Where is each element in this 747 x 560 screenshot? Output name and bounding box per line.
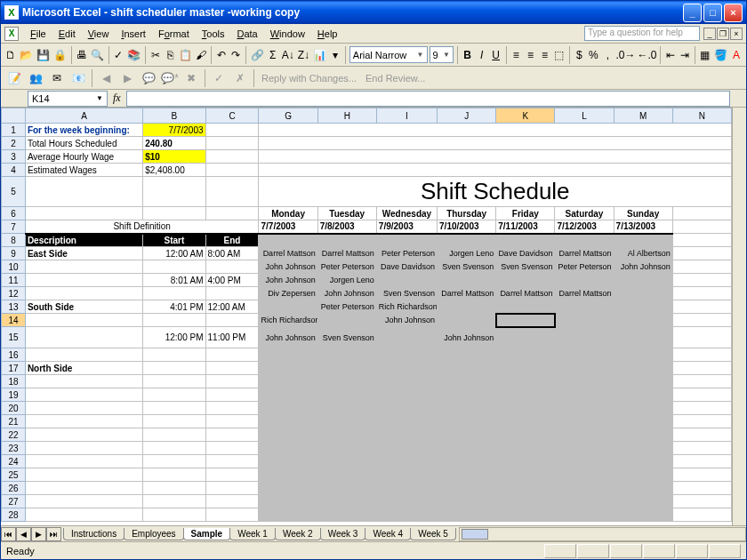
cell[interactable] bbox=[614, 314, 672, 327]
cell[interactable]: Jorgen Leno bbox=[438, 247, 496, 260]
close-button[interactable]: × bbox=[724, 4, 743, 22]
cell[interactable] bbox=[496, 468, 555, 482]
cell[interactable] bbox=[376, 402, 437, 415]
cell[interactable] bbox=[317, 442, 376, 455]
cell[interactable] bbox=[555, 362, 614, 375]
cell[interactable]: $10 bbox=[143, 150, 205, 164]
cell[interactable] bbox=[438, 362, 496, 375]
row-header[interactable]: 25 bbox=[2, 468, 26, 482]
cell[interactable]: Peter Peterson bbox=[317, 300, 376, 314]
cell[interactable] bbox=[672, 247, 731, 260]
new-button[interactable]: 🗋 bbox=[4, 45, 17, 65]
cell[interactable]: 7/7/2003 bbox=[259, 220, 317, 234]
open-button[interactable]: 📂 bbox=[19, 45, 34, 65]
cell[interactable]: 7/13/2003 bbox=[614, 220, 672, 234]
cell[interactable] bbox=[143, 495, 205, 508]
cell[interactable] bbox=[496, 388, 555, 402]
spreadsheet-grid[interactable]: A B C G H I J K L M N 1 For the week beg… bbox=[1, 108, 732, 522]
cell[interactable] bbox=[205, 402, 259, 415]
col-header-c[interactable]: C bbox=[205, 108, 259, 124]
cell[interactable] bbox=[555, 274, 614, 287]
print-preview-button[interactable]: 🔍 bbox=[90, 45, 105, 65]
cell[interactable] bbox=[614, 287, 672, 300]
cell[interactable] bbox=[376, 362, 437, 375]
end-review-button[interactable]: End Review... bbox=[362, 71, 429, 85]
cell[interactable]: North Side bbox=[25, 362, 142, 375]
sort-desc-button[interactable]: Z↓ bbox=[297, 45, 310, 65]
cell[interactable] bbox=[259, 442, 317, 455]
tab-next-button[interactable]: ▶ bbox=[31, 527, 46, 541]
row-header[interactable]: 16 bbox=[2, 348, 26, 362]
col-header-m[interactable]: M bbox=[614, 108, 672, 124]
cell[interactable]: Thursday bbox=[438, 207, 496, 220]
cell[interactable] bbox=[143, 455, 205, 468]
cell[interactable]: 7/8/2003 bbox=[317, 220, 376, 234]
cell[interactable] bbox=[496, 348, 555, 362]
cell[interactable]: John Johnson bbox=[259, 260, 317, 274]
cell[interactable] bbox=[672, 428, 731, 442]
cell[interactable] bbox=[555, 495, 614, 508]
cell[interactable] bbox=[25, 314, 142, 327]
col-header-i[interactable]: I bbox=[376, 108, 437, 124]
cell[interactable] bbox=[143, 508, 205, 522]
cell[interactable] bbox=[614, 327, 672, 348]
cell[interactable] bbox=[438, 468, 496, 482]
help-search-box[interactable]: Type a question for help bbox=[584, 26, 700, 41]
cell[interactable]: John Johnson bbox=[259, 327, 317, 348]
cell[interactable] bbox=[205, 495, 259, 508]
cell[interactable]: Wednesday bbox=[376, 207, 437, 220]
cell[interactable] bbox=[555, 482, 614, 495]
cell[interactable] bbox=[205, 375, 259, 388]
col-header-g[interactable]: G bbox=[259, 108, 317, 124]
cell[interactable] bbox=[205, 177, 259, 207]
cell[interactable]: Description bbox=[25, 234, 142, 247]
row-header[interactable]: 18 bbox=[2, 375, 26, 388]
cell[interactable] bbox=[376, 468, 437, 482]
cell[interactable] bbox=[143, 468, 205, 482]
sheet-tab[interactable]: Week 4 bbox=[365, 528, 411, 540]
cell[interactable] bbox=[317, 428, 376, 442]
cell[interactable]: 8:01 AM bbox=[143, 274, 205, 287]
doc-minimize-button[interactable]: _ bbox=[703, 28, 716, 40]
cell[interactable] bbox=[555, 415, 614, 428]
row-header[interactable]: 19 bbox=[2, 388, 26, 402]
cell[interactable]: 7/11/2003 bbox=[496, 220, 555, 234]
cell[interactable]: 4:01 PM bbox=[143, 300, 205, 314]
chart-button[interactable]: 📊 bbox=[312, 45, 327, 65]
cell[interactable]: 240.80 bbox=[143, 137, 205, 150]
cell[interactable]: Darrel Mattson bbox=[259, 247, 317, 260]
cell[interactable] bbox=[259, 428, 317, 442]
delete-comment-button[interactable]: ✖ bbox=[181, 68, 201, 88]
cell[interactable] bbox=[259, 137, 732, 150]
cell[interactable]: 7/10/2003 bbox=[438, 220, 496, 234]
col-header-n[interactable]: N bbox=[672, 108, 731, 124]
row-header[interactable]: 1 bbox=[2, 124, 26, 137]
cell[interactable] bbox=[143, 482, 205, 495]
cell[interactable]: Sven Svenson bbox=[496, 260, 555, 274]
cell[interactable] bbox=[25, 455, 142, 468]
cell[interactable] bbox=[496, 415, 555, 428]
cell[interactable] bbox=[205, 150, 259, 164]
align-left-button[interactable]: ≡ bbox=[510, 45, 522, 65]
cell[interactable] bbox=[496, 402, 555, 415]
cell[interactable] bbox=[259, 375, 317, 388]
row-header[interactable]: 3 bbox=[2, 150, 26, 164]
increase-decimal-button[interactable]: .0→ bbox=[615, 45, 635, 65]
cell[interactable] bbox=[317, 482, 376, 495]
cell[interactable] bbox=[672, 388, 731, 402]
cell[interactable]: End bbox=[205, 234, 259, 247]
cell[interactable] bbox=[25, 402, 142, 415]
menu-tools[interactable]: Tools bbox=[196, 27, 231, 41]
save-button[interactable]: 💾 bbox=[36, 45, 51, 65]
cell[interactable] bbox=[438, 508, 496, 522]
sheet-tab[interactable]: Week 5 bbox=[410, 528, 456, 540]
cell[interactable] bbox=[25, 287, 142, 300]
cell[interactable] bbox=[496, 234, 555, 247]
cell[interactable] bbox=[205, 468, 259, 482]
cell[interactable]: 8:00 AM bbox=[205, 247, 259, 260]
cell[interactable]: Jorgen Leno bbox=[317, 274, 376, 287]
cell[interactable] bbox=[438, 415, 496, 428]
cell[interactable] bbox=[672, 455, 731, 468]
cell[interactable] bbox=[376, 495, 437, 508]
cell[interactable] bbox=[259, 348, 317, 362]
